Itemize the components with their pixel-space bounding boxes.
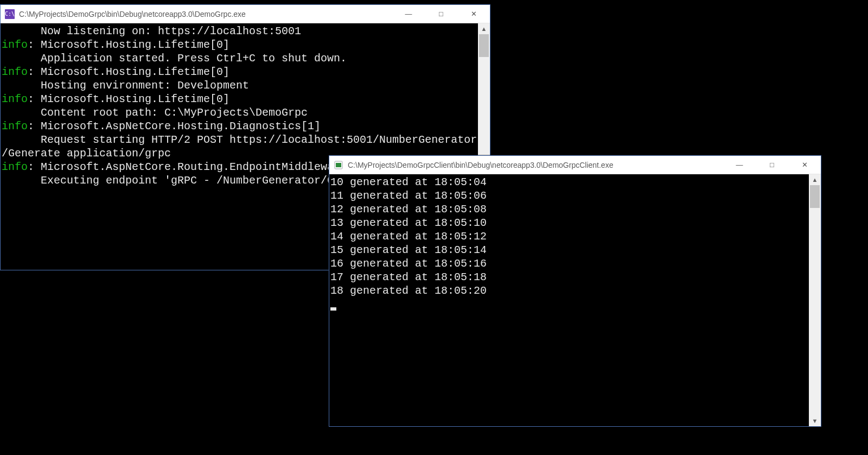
log-level: info: [2, 120, 28, 132]
console-line: Request starting HTTP/2 POST https://loc…: [2, 133, 477, 147]
console-line: 11 generated at 18:05:06: [330, 189, 808, 203]
app-icon: C:\: [5, 9, 15, 19]
close-button[interactable]: ✕: [788, 156, 821, 174]
console-line: 10 generated at 18:05:04: [330, 175, 808, 189]
titlebar[interactable]: C:\MyProjects\DemoGrpcClient\bin\Debug\n…: [329, 156, 821, 174]
log-text: Application started. Press Ctrl+C to shu…: [2, 52, 347, 65]
console-line: 15 generated at 18:05:14: [330, 243, 808, 257]
log-text: Executing endpoint 'gRPC - /NumberGenera…: [2, 174, 334, 187]
console-body: 10 generated at 18:05:0411 generated at …: [329, 174, 821, 426]
console-line: info: Microsoft.Hosting.Lifetime[0]: [2, 92, 477, 106]
vertical-scrollbar[interactable]: ▲ ▼: [809, 174, 821, 426]
log-text: : Microsoft.Hosting.Lifetime[0]: [28, 39, 229, 51]
cursor-line: [330, 298, 808, 311]
maximize-button[interactable]: □: [756, 156, 788, 174]
console-line: Now listening on: https://localhost:5001: [2, 24, 477, 38]
log-text: Hosting environment: Development: [2, 79, 249, 92]
app-icon: [334, 160, 343, 170]
titlebar[interactable]: C:\ C:\MyProjects\DemoGrpc\bin\Debug\net…: [1, 5, 490, 23]
console-window-client: C:\MyProjects\DemoGrpcClient\bin\Debug\n…: [329, 155, 821, 427]
console-line: 12 generated at 18:05:08: [330, 203, 808, 216]
log-text: : Microsoft.Hosting.Lifetime[0]: [28, 66, 229, 78]
console-line: info: Microsoft.Hosting.Lifetime[0]: [2, 38, 477, 52]
scroll-up-icon[interactable]: ▲: [478, 23, 490, 34]
console-line: Content root path: C:\MyProjects\DemoGrp…: [2, 106, 477, 119]
minimize-button[interactable]: —: [392, 5, 425, 23]
console-line: 16 generated at 18:05:16: [330, 257, 808, 270]
log-text: Now listening on: https://localhost:5001: [2, 25, 301, 37]
log-text: : Microsoft.AspNetCore.Routing.EndpointM…: [28, 161, 334, 173]
cursor-icon: [330, 307, 336, 311]
exe-icon: [334, 160, 343, 170]
window-controls: — □ ✕: [723, 156, 821, 174]
log-level: info: [2, 66, 28, 78]
minimize-button[interactable]: —: [723, 156, 756, 174]
console-line: info: Microsoft.Hosting.Lifetime[0]: [2, 65, 477, 79]
window-controls: — □ ✕: [392, 5, 490, 23]
log-text: : Microsoft.AspNetCore.Hosting.Diagnosti…: [28, 120, 321, 132]
scroll-thumb[interactable]: [810, 185, 820, 208]
cmd-icon: C:\: [5, 9, 15, 19]
log-level: info: [2, 39, 28, 51]
maximize-button[interactable]: □: [425, 5, 457, 23]
console-line: 18 generated at 18:05:20: [330, 284, 808, 298]
scroll-thumb[interactable]: [479, 34, 489, 57]
log-text: Request starting HTTP/2 POST https://loc…: [2, 134, 477, 146]
window-title: C:\MyProjects\DemoGrpcClient\bin\Debug\n…: [348, 161, 723, 169]
console-output[interactable]: 10 generated at 18:05:0411 generated at …: [329, 174, 809, 426]
scroll-down-icon[interactable]: ▼: [809, 415, 821, 426]
svg-rect-1: [336, 163, 341, 167]
console-line: 14 generated at 18:05:12: [330, 230, 808, 243]
log-level: info: [2, 93, 28, 105]
log-text: : Microsoft.Hosting.Lifetime[0]: [28, 93, 229, 105]
log-level: info: [2, 161, 28, 173]
console-line: 17 generated at 18:05:18: [330, 270, 808, 284]
window-title: C:\MyProjects\DemoGrpc\bin\Debug\netcore…: [19, 10, 392, 18]
scroll-up-icon[interactable]: ▲: [809, 174, 821, 185]
console-line: 13 generated at 18:05:10: [330, 216, 808, 230]
console-line: Application started. Press Ctrl+C to shu…: [2, 52, 477, 65]
log-text: Content root path: C:\MyProjects\DemoGrp…: [2, 106, 308, 119]
console-line: Hosting environment: Development: [2, 79, 477, 92]
log-text: /Generate application/grpc: [2, 147, 171, 160]
close-button[interactable]: ✕: [457, 5, 490, 23]
console-line: info: Microsoft.AspNetCore.Hosting.Diagn…: [2, 119, 477, 133]
